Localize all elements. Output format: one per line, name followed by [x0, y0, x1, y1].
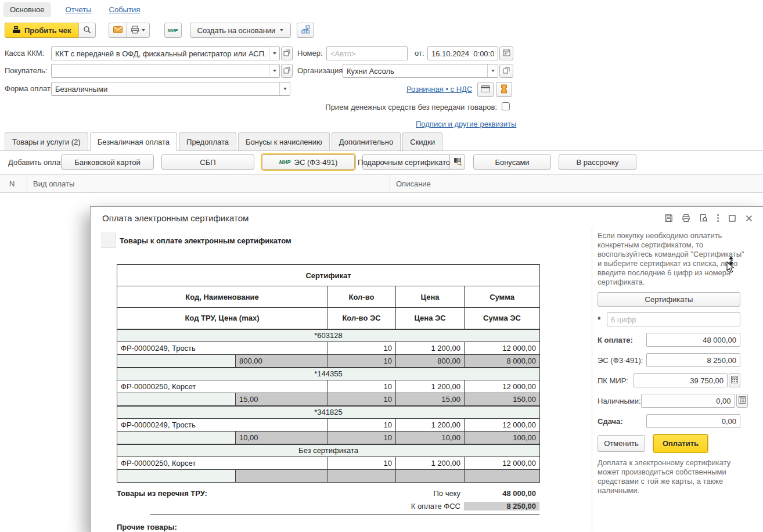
pay-gift-cert-button[interactable]: Подарочным сертификатом: [362, 154, 451, 170]
sub-price-es[interactable]: 10,00: [396, 432, 465, 444]
pay-bonuses-button[interactable]: Бонусами: [473, 154, 551, 170]
date-input[interactable]: [428, 47, 498, 60]
sub-max-price[interactable]: 10,00: [236, 432, 327, 444]
sub-max-price[interactable]: 15,00: [236, 393, 327, 406]
tab-cashless-payment[interactable]: Безналичная оплата: [90, 132, 177, 151]
pay-button[interactable]: Оплатить: [653, 434, 708, 452]
nav-tab-events[interactable]: События: [103, 2, 147, 17]
date-calendar-button[interactable]: [499, 46, 513, 60]
change-input[interactable]: [646, 414, 740, 428]
pay-es-button[interactable]: МИР ЭС (ФЗ-491): [262, 154, 355, 170]
org-dropdown[interactable]: [487, 64, 498, 77]
item-qty[interactable]: 10: [327, 342, 396, 355]
retail-vat-link[interactable]: Розничная • с НДС: [406, 85, 472, 94]
sub-qty-es[interactable]: 10: [327, 393, 396, 406]
item-name[interactable]: ФР-00000250, Корсет: [117, 380, 327, 393]
print-button[interactable]: [127, 23, 150, 38]
cert-group-label[interactable]: *341825: [117, 406, 540, 419]
es-input[interactable]: [646, 353, 740, 367]
sub-price-es[interactable]: 800,00: [396, 355, 465, 368]
number-input[interactable]: [327, 47, 407, 60]
payment-form-input[interactable]: [52, 82, 279, 95]
hdr-qty[interactable]: Кол-во: [327, 286, 396, 308]
item-name[interactable]: ФР-00000249, Трость: [117, 419, 327, 432]
item-price[interactable]: 1 200,00: [396, 380, 465, 393]
item-name[interactable]: ФР-00000249, Трость: [117, 342, 327, 355]
save-icon[interactable]: [664, 214, 673, 222]
create-based-on-button[interactable]: Создать на основании: [190, 23, 291, 38]
card-payment-button[interactable]: [477, 82, 494, 97]
item-price[interactable]: 1 200,00: [396, 342, 465, 355]
sub-qty-es[interactable]: 10: [327, 432, 396, 444]
buyer-input[interactable]: [52, 64, 269, 77]
hdr-price-es[interactable]: Цена ЭС: [396, 308, 465, 329]
print-preview-icon[interactable]: [699, 214, 708, 222]
hdr-code-name[interactable]: Код, Наименование: [117, 286, 327, 308]
cash-input[interactable]: [641, 394, 735, 408]
pk-mir-input[interactable]: [634, 373, 728, 387]
nav-tab-reports[interactable]: Отчеты: [59, 2, 98, 17]
sub-spacer[interactable]: [117, 393, 236, 406]
gift-cert-scan-button[interactable]: [449, 154, 465, 170]
sub-sum-es[interactable]: 150,00: [465, 393, 540, 406]
to-pay-input[interactable]: [646, 333, 740, 347]
hdr-price[interactable]: Цена: [396, 286, 465, 308]
kassa-dropdown[interactable]: [269, 47, 279, 60]
pk-mir-calc-button[interactable]: [729, 373, 740, 387]
post-check-button[interactable]: Пробить чек: [5, 23, 79, 38]
cancel-button[interactable]: Отменить: [598, 435, 645, 452]
sub-spacer[interactable]: [117, 355, 236, 368]
pay-sbp-button[interactable]: СБП: [161, 154, 254, 170]
pay-bank-card-button[interactable]: Банковской картой: [61, 154, 154, 170]
item-price[interactable]: 1 200,00: [396, 419, 465, 432]
digits-input[interactable]: [607, 312, 740, 326]
col-header-n[interactable]: N: [0, 175, 27, 192]
hdr-tru-code[interactable]: Код ТРУ, Цена (max): [117, 308, 327, 329]
item-sum[interactable]: 12 000,00: [465, 419, 540, 432]
hdr-sum-es[interactable]: Сумма ЭС: [465, 308, 540, 329]
kassa-input[interactable]: [52, 47, 269, 60]
org-input[interactable]: [343, 64, 487, 77]
buyer-open-button[interactable]: [281, 64, 293, 78]
sub-price-es[interactable]: 15,00: [396, 393, 465, 406]
item-qty[interactable]: 10: [327, 457, 396, 470]
col-header-payment-type[interactable]: Вид оплаты: [27, 175, 390, 192]
sub-max-price[interactable]: 800,00: [236, 355, 327, 368]
buyer-dropdown[interactable]: [269, 64, 279, 77]
sub-sum-es[interactable]: 100,00: [465, 432, 540, 444]
payment-form-dropdown[interactable]: [279, 82, 290, 95]
sub-spacer[interactable]: [117, 470, 236, 483]
maximize-icon[interactable]: [728, 214, 736, 222]
item-name[interactable]: ФР-00000250, Корсет: [117, 457, 327, 470]
tab-bonuses-accrual[interactable]: Бонусы к начислению: [238, 132, 330, 150]
cert-group-label[interactable]: *603128: [117, 329, 540, 342]
structure-button[interactable]: [297, 23, 314, 38]
item-price[interactable]: 1 200,00: [396, 457, 465, 470]
tab-discounts[interactable]: Скидки: [402, 132, 442, 150]
org-open-button[interactable]: [499, 64, 513, 78]
certificates-button[interactable]: Сертификаты: [598, 292, 740, 307]
sub-max-price[interactable]: [236, 470, 327, 483]
tab-additional[interactable]: Дополнительно: [332, 132, 401, 150]
item-qty[interactable]: 10: [327, 419, 396, 432]
hdr-qty-es[interactable]: Кол-во ЭС: [327, 308, 396, 329]
more-icon[interactable]: [717, 214, 719, 222]
sub-sum-es[interactable]: [465, 470, 540, 483]
search-check-button[interactable]: [78, 23, 96, 38]
nav-tab-main[interactable]: Основное: [3, 2, 51, 17]
tab-goods-services[interactable]: Товары и услуги (2): [5, 132, 88, 150]
item-sum[interactable]: 12 000,00: [465, 342, 540, 355]
sheet-corner-cell[interactable]: [101, 232, 116, 248]
ticket-button[interactable]: [496, 82, 512, 97]
item-qty[interactable]: 10: [327, 380, 396, 393]
signatures-link[interactable]: Подписи и другие реквизиты: [416, 120, 516, 128]
mir-button[interactable]: МИР: [164, 23, 182, 38]
cash-calc-button[interactable]: [736, 394, 748, 408]
col-header-description[interactable]: Описание: [390, 175, 763, 192]
email-button[interactable]: [109, 23, 127, 38]
print-icon[interactable]: [682, 214, 690, 222]
sub-price-es[interactable]: [396, 470, 465, 483]
sub-qty-es[interactable]: 10: [327, 355, 396, 368]
cert-group-label[interactable]: Без сертификата: [117, 444, 540, 457]
kassa-open-button[interactable]: [281, 46, 293, 60]
